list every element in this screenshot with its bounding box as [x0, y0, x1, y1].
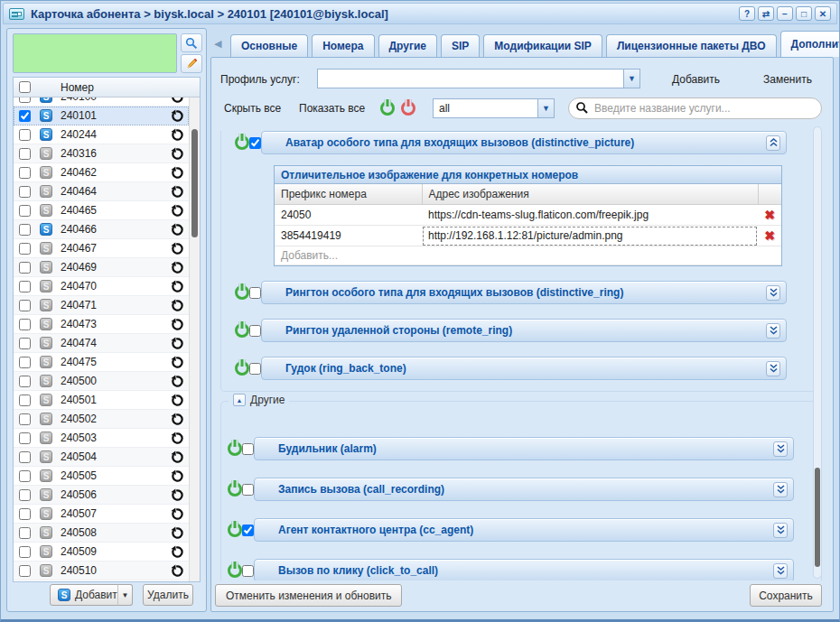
power-icon[interactable] [235, 285, 249, 300]
expand-icon[interactable] [766, 323, 780, 339]
list-item[interactable]: 240469 [14, 258, 189, 277]
service-checkbox[interactable] [249, 325, 261, 337]
delete-row-icon[interactable]: ✖ [764, 208, 775, 222]
history-icon[interactable] [165, 564, 189, 578]
history-icon[interactable] [165, 128, 189, 142]
row-checkbox[interactable] [19, 186, 31, 198]
list-item[interactable]: 240462 [14, 163, 189, 182]
expand-icon[interactable] [773, 563, 788, 579]
power-icon[interactable] [235, 323, 249, 338]
row-checkbox[interactable] [19, 205, 31, 217]
history-icon[interactable] [165, 469, 189, 483]
power-icon[interactable] [235, 361, 249, 376]
url-cell[interactable]: https://cdn-teams-slug.flaticon.com/free… [422, 205, 758, 226]
history-icon[interactable] [165, 185, 189, 199]
list-item[interactable]: 240506 [14, 486, 189, 505]
services-scrollbar-thumb[interactable] [815, 468, 820, 567]
row-checkbox[interactable] [19, 489, 31, 501]
history-icon[interactable] [165, 261, 189, 274]
collapse-group-icon[interactable]: ▲ [233, 394, 246, 406]
expand-icon[interactable] [773, 482, 788, 497]
service-bar[interactable]: Рингтон особого типа для входящих вызово… [261, 281, 787, 304]
service-bar[interactable]: Будильник (alarm) [254, 437, 794, 460]
window-control-button[interactable]: − [777, 6, 793, 21]
list-item[interactable]: 240505 [14, 467, 189, 486]
history-icon[interactable] [165, 413, 189, 426]
list-item[interactable] [14, 580, 189, 581]
history-icon[interactable] [165, 109, 189, 123]
row-checkbox[interactable] [19, 432, 31, 444]
row-checkbox[interactable] [19, 148, 31, 160]
history-icon[interactable] [165, 318, 189, 331]
list-item[interactable]: 240316 [14, 144, 189, 163]
history-icon[interactable] [165, 204, 189, 218]
row-checkbox[interactable] [19, 338, 31, 349]
row-checkbox[interactable] [19, 262, 31, 274]
tab[interactable]: Модификации SIP [483, 34, 602, 57]
row-checkbox[interactable] [19, 224, 31, 236]
list-item[interactable]: 240500 [14, 372, 189, 391]
power-icon[interactable] [228, 482, 242, 497]
row-checkbox[interactable] [19, 395, 31, 406]
list-item[interactable]: 240473 [14, 315, 189, 334]
service-bar[interactable]: Агент контактного центра (cc_agent) [254, 518, 794, 542]
list-item[interactable]: 240101 [14, 107, 189, 125]
row-checkbox[interactable] [19, 565, 31, 577]
list-scrollbar[interactable] [189, 97, 200, 581]
services-filter-select[interactable]: all ▼ [433, 98, 555, 118]
list-item[interactable]: 240504 [14, 448, 189, 467]
row-checkbox[interactable] [19, 110, 31, 122]
row-checkbox[interactable] [19, 451, 31, 463]
service-checkbox[interactable] [249, 363, 261, 375]
chevron-down-icon[interactable]: ▼ [623, 70, 639, 88]
service-bar[interactable]: Вызов по клику (click_to_call) [254, 559, 794, 580]
expand-icon[interactable] [766, 285, 780, 301]
tab[interactable]: Дополнительные [780, 31, 840, 57]
services-scrollbar[interactable] [813, 126, 822, 579]
list-item[interactable]: 240509 [14, 543, 189, 562]
url-cell[interactable]: http://192.168.1.12:81/picture/admin.png [422, 226, 758, 246]
history-icon[interactable] [165, 280, 189, 293]
service-checkbox[interactable] [242, 565, 254, 577]
history-icon[interactable] [165, 356, 189, 369]
tab[interactable]: Номера [312, 34, 374, 57]
list-item[interactable]: 240507 [14, 505, 189, 524]
list-item[interactable]: 240467 [14, 239, 189, 258]
tab[interactable]: Лицензионные пакеты ДВО [606, 34, 777, 57]
list-item[interactable]: 240503 [14, 429, 189, 448]
power-icon[interactable] [235, 135, 249, 150]
row-checkbox[interactable] [19, 376, 31, 387]
prefix-cell[interactable]: 24050 [275, 205, 422, 226]
delete-row-icon[interactable]: ✖ [764, 228, 775, 243]
power-icon[interactable] [228, 523, 242, 537]
row-checkbox[interactable] [19, 546, 31, 558]
row-checkbox[interactable] [19, 243, 31, 255]
picture-add-row[interactable]: Добавить... [275, 246, 781, 265]
service-bar[interactable]: Запись вызова (call_recording) [254, 478, 794, 501]
expand-icon[interactable] [773, 523, 788, 538]
delete-subscriber-button[interactable]: Удалить [143, 584, 193, 606]
list-item[interactable]: 240508 [14, 524, 189, 543]
history-icon[interactable] [165, 299, 189, 312]
list-item[interactable]: 240470 [14, 277, 189, 296]
row-checkbox[interactable] [19, 97, 31, 103]
profile-add-button[interactable]: Добавить [672, 69, 720, 90]
service-bar[interactable]: Рингтон удаленной стороны (remote_ring) [261, 319, 787, 342]
list-item[interactable]: 240474 [14, 334, 189, 353]
expand-icon[interactable] [773, 441, 788, 457]
history-icon[interactable] [165, 488, 189, 502]
hide-all-button[interactable]: Скрыть все [224, 97, 281, 119]
service-checkbox[interactable] [249, 137, 261, 149]
list-item[interactable]: 240100 [14, 97, 189, 107]
profile-select[interactable]: ▼ [317, 69, 640, 88]
history-icon[interactable] [165, 432, 189, 445]
list-item[interactable]: 240502 [14, 410, 189, 429]
row-checkbox[interactable] [19, 167, 31, 179]
prefix-cell[interactable]: 3854419419 [275, 226, 422, 246]
tabs-scroll-left-icon[interactable]: ◀ [214, 38, 221, 50]
history-icon[interactable] [165, 450, 189, 464]
list-item[interactable]: 240244 [14, 125, 189, 144]
edit-button[interactable] [181, 54, 202, 73]
add-subscriber-dropdown[interactable]: ▼ [117, 584, 133, 606]
row-checkbox[interactable] [19, 413, 31, 425]
